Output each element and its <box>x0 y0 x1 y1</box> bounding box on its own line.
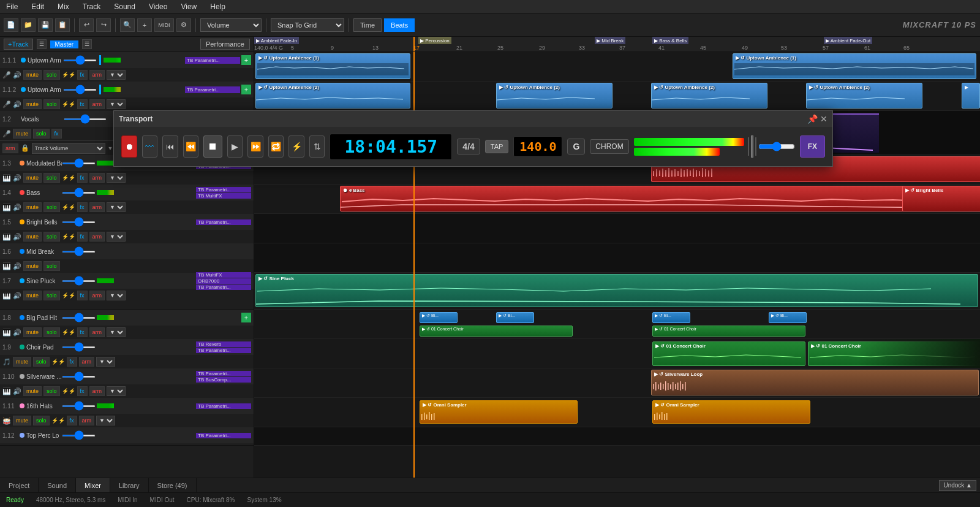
clip-uptown-2-1[interactable]: ▶ ↺ Uptown Ambience (2) <box>255 83 410 109</box>
clip-sine-pluck[interactable]: ▶ ↺ Sine Pluck <box>255 274 978 307</box>
midi-input-btn[interactable]: ⇅ <box>309 135 325 158</box>
fx-1-9[interactable]: fx <box>67 357 77 367</box>
mute-1-7[interactable]: mute <box>23 291 42 300</box>
record-btn[interactable]: ⏺ <box>121 135 137 158</box>
undo-btn[interactable]: ↩ <box>79 18 94 32</box>
transport-titlebar[interactable]: Transport 📌 ✕ <box>114 111 832 127</box>
vol-1-5[interactable] <box>62 221 96 223</box>
vol-1-4[interactable] <box>62 192 96 194</box>
clip-uptown-1-2[interactable]: ▶ ↺ Uptown Ambience (1) <box>733 53 976 79</box>
solo-1-7[interactable]: solo <box>43 291 60 300</box>
mute-1-3[interactable]: mute <box>23 173 42 183</box>
fx-1-10[interactable]: fx <box>77 386 88 396</box>
solo-1-8[interactable]: solo <box>43 327 60 337</box>
clip-omni-2[interactable]: ▶ ↺ Omni Sampler <box>652 400 810 424</box>
settings-btn[interactable]: ⚙ <box>176 18 191 32</box>
arm-1-11[interactable]: arm <box>79 416 95 425</box>
vol-1-3[interactable] <box>62 162 96 164</box>
clip-bass-2[interactable]: ▶ ↺ Bright Bells <box>902 186 980 212</box>
tab-library[interactable]: Library <box>110 478 149 492</box>
master-fader[interactable] <box>751 135 753 158</box>
clip-choir-1[interactable]: ▶ ↺ 01 Concert Choir <box>420 326 573 337</box>
volume-dropdown[interactable]: Volume <box>200 18 262 32</box>
fx-1-2[interactable]: fx <box>51 129 62 139</box>
arm-select-1-4[interactable]: ▼ <box>107 202 126 212</box>
zoom-in-btn[interactable]: + <box>137 18 152 32</box>
undock-btn[interactable]: Undock ▲ <box>939 480 976 491</box>
arm-1-1-1[interactable]: arm <box>89 70 105 80</box>
menu-file[interactable]: File <box>4 1 20 12</box>
save-as-btn[interactable]: 📋 <box>55 18 70 32</box>
stop-btn[interactable]: ⏹ <box>203 135 222 158</box>
fx-1-11[interactable]: fx <box>67 416 77 425</box>
solo-1-10[interactable]: solo <box>43 386 60 396</box>
loop-btn[interactable]: 🔁 <box>268 135 284 158</box>
arm-select-1-9[interactable]: ▼ <box>96 357 115 367</box>
fx-1-1-1[interactable]: fx <box>77 70 88 80</box>
arm-expand-1-2[interactable]: arm <box>2 143 18 153</box>
save-btn[interactable]: 💾 <box>38 18 53 32</box>
solo-1-1-2[interactable]: solo <box>43 99 60 109</box>
snap-dropdown[interactable]: Snap To Grid <box>271 18 344 32</box>
arm-1-3[interactable]: arm <box>89 173 105 183</box>
time-tab[interactable]: Time <box>353 18 382 32</box>
open-btn[interactable]: 📁 <box>21 18 36 32</box>
clip-uptown-2-2[interactable]: ▶ ↺ Uptown Ambience (2) <box>496 83 612 109</box>
vol-1-11[interactable] <box>62 405 96 407</box>
mute-1-5[interactable]: mute <box>23 232 42 242</box>
mute-1-2[interactable]: mute <box>13 129 31 139</box>
menu-video[interactable]: Video <box>146 1 170 12</box>
menu-view[interactable]: View <box>178 1 199 12</box>
solo-1-5[interactable]: solo <box>43 232 60 242</box>
clip-uptown-1-1[interactable]: ▶ ↺ Uptown Ambience (1) <box>255 53 410 79</box>
beats-tab[interactable]: Beats <box>384 18 415 32</box>
mute-1-10[interactable]: mute <box>23 386 42 396</box>
fast-forward-btn[interactable]: ⏩ <box>247 135 263 158</box>
fx-1-8[interactable]: fx <box>77 327 88 337</box>
clip-big-pad-4[interactable]: ▶ ↺ Bi... <box>769 312 807 323</box>
master-options-btn[interactable]: ☰ <box>82 39 92 49</box>
clip-uptown-2-4[interactable]: ▶ ↺ Uptown Ambience (2) <box>806 83 922 109</box>
bpm-input[interactable] <box>513 136 562 157</box>
clip-big-pad-3[interactable]: ▶ ↺ Bi... <box>652 312 690 323</box>
zoom-fit-btn[interactable]: 🔍 <box>120 18 135 32</box>
automation-select-1-2[interactable]: Track Volume <box>32 143 105 154</box>
clip-choir-full-1[interactable]: ▶ ↺ 01 Concert Choir <box>652 341 805 366</box>
clip-uptown-2-5[interactable]: ▶ <box>962 83 980 109</box>
arm-1-10[interactable]: arm <box>89 386 105 396</box>
menu-edit[interactable]: Edit <box>29 1 47 12</box>
rewind-btn[interactable]: ⏪ <box>183 135 199 158</box>
fx-1-3[interactable]: fx <box>77 173 88 183</box>
dialog-close-btn[interactable]: ✕ <box>820 114 827 124</box>
vol-1-1-2[interactable] <box>63 89 97 91</box>
arm-select-1-11[interactable]: ▼ <box>96 416 115 425</box>
clip-silverware[interactable]: ▶ ↺ Silverware Loop <box>651 370 979 395</box>
tab-mixer[interactable]: Mixer <box>76 478 110 492</box>
solo-1-2[interactable]: solo <box>33 129 50 139</box>
menu-mix[interactable]: Mix <box>55 1 72 12</box>
vol-1-2[interactable] <box>64 118 107 120</box>
add-track-button[interactable]: +Track <box>4 39 33 50</box>
solo-1-11[interactable]: solo <box>33 416 50 425</box>
arm-1-5[interactable]: arm <box>89 232 105 242</box>
master-fx-btn[interactable]: FX <box>800 135 825 158</box>
arm-1-9[interactable]: arm <box>79 357 95 367</box>
fx-1-5[interactable]: fx <box>77 232 88 242</box>
mute-1-1-2[interactable]: mute <box>23 99 42 109</box>
solo-1-4[interactable]: solo <box>43 202 60 212</box>
mute-1-11[interactable]: mute <box>13 416 31 425</box>
arm-select-1-5[interactable]: ▼ <box>107 232 126 242</box>
arm-select-1-10[interactable]: ▼ <box>107 386 126 396</box>
mute-1-8[interactable]: mute <box>23 327 42 337</box>
clip-bass[interactable]: ⏺ ↺ Bass <box>340 186 980 212</box>
menu-track[interactable]: Track <box>80 1 104 12</box>
arm-select-1-7[interactable]: ▼ <box>107 291 126 300</box>
mute-1-9[interactable]: mute <box>13 357 31 367</box>
fx-1-4[interactable]: fx <box>77 202 88 212</box>
solo-1-9[interactable]: solo <box>33 357 50 367</box>
arm-select-1-1-1[interactable]: ▼ <box>107 70 126 80</box>
vol-1-1-1[interactable] <box>63 59 97 61</box>
clip-omni-1[interactable]: ▶ ↺ Omni Sampler <box>420 400 578 424</box>
solo-1-1-1[interactable]: solo <box>43 70 60 80</box>
mute-1-6[interactable]: mute <box>23 261 42 271</box>
